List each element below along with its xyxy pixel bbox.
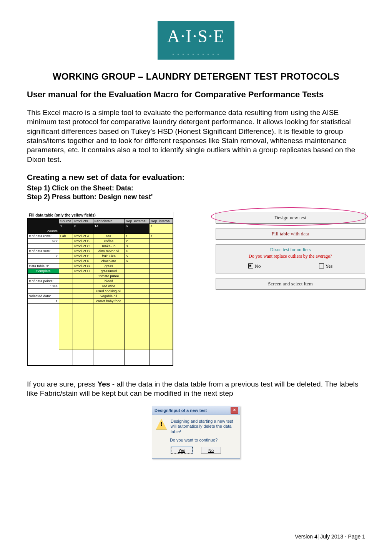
confirm-dialog: Design/Input of a new test × Designing a… bbox=[152, 406, 240, 459]
rep-ext-3[interactable]: 4 bbox=[125, 248, 149, 253]
dialog-line1: Designing and starting a new test bbox=[171, 419, 233, 423]
dialog-title: Design/Input of a new test bbox=[154, 408, 207, 413]
selected-value: 1 bbox=[28, 298, 59, 303]
fabric-1[interactable]: coffee bbox=[93, 238, 125, 243]
dialog-no-label: No bbox=[208, 448, 214, 453]
fabric-4[interactable]: fruit juice bbox=[93, 253, 125, 258]
fabric-2[interactable]: make-up bbox=[93, 243, 125, 248]
product-7[interactable]: Product H bbox=[73, 268, 93, 273]
table-status: Complete bbox=[28, 268, 59, 273]
hdr-rep-ext: Rep. external bbox=[125, 218, 149, 223]
dixon-subtitle: Do you want replace outliers by the aver… bbox=[219, 253, 362, 259]
logo-block: A·I·S·E · · · · · · · · · · bbox=[27, 21, 365, 60]
rows-label: # of data rows: bbox=[28, 233, 59, 238]
rep-ext-5[interactable]: 6 bbox=[125, 258, 149, 263]
fabric-13[interactable]: carrot baby food bbox=[93, 298, 125, 303]
after-text: If you are sure, press Yes - all the dat… bbox=[27, 380, 365, 398]
page-subtitle: User manual for the Evaluation Macro for… bbox=[27, 90, 365, 100]
fabric-5[interactable]: chocolate bbox=[93, 258, 125, 263]
table-label: Data table is: bbox=[28, 263, 59, 268]
dixon-group: Dixon test for outliers Do you want repl… bbox=[216, 244, 365, 273]
aise-logo: A·I·S·E · · · · · · · · · · bbox=[158, 21, 234, 60]
fabric-8[interactable]: tomato puree bbox=[93, 273, 125, 278]
section-heading: Creating a new set of data for evaluatio… bbox=[27, 173, 365, 182]
close-icon[interactable]: × bbox=[231, 407, 238, 414]
design-new-test-button[interactable]: Design new test bbox=[216, 212, 365, 223]
radio-icon bbox=[319, 263, 324, 268]
product-3[interactable]: Product D bbox=[73, 248, 93, 253]
hdr-fabric: Fabric/stain bbox=[93, 218, 125, 223]
product-2[interactable]: Product C bbox=[73, 243, 93, 248]
product-4[interactable]: Product E bbox=[73, 253, 93, 258]
intro-paragraph: This Excel macro is a simple tool to eva… bbox=[27, 108, 365, 164]
product-0[interactable]: Product A bbox=[73, 233, 93, 238]
warning-icon bbox=[156, 419, 167, 430]
product-1[interactable]: Product B bbox=[73, 238, 93, 243]
logo-dots: · · · · · · · · · · bbox=[158, 53, 234, 56]
dixon-radio-row: No Yes bbox=[219, 263, 362, 269]
step-1: Step 1) Click on the Sheet: Data: bbox=[27, 184, 365, 192]
cnt-prod: 8 bbox=[73, 223, 93, 233]
counts-label: counts bbox=[28, 218, 59, 233]
dixon-yes-radio[interactable]: Yes bbox=[319, 263, 333, 269]
product-5[interactable]: Product F bbox=[73, 258, 93, 263]
dialog-titlebar[interactable]: Design/Input of a new test × bbox=[152, 406, 240, 415]
dialog-question: Do you want to continue? bbox=[152, 438, 240, 445]
sheet-caption: Fill data table (only the yellow fields) bbox=[27, 212, 173, 218]
dixon-yes-label: Yes bbox=[326, 263, 333, 269]
rep-ext-2[interactable]: 3 bbox=[125, 243, 149, 248]
page-footer: Version 4| July 2013 - Page 1 bbox=[295, 533, 365, 540]
rep-ext-1[interactable]: 2 bbox=[125, 238, 149, 243]
excel-sheet: Fill data table (only the yellow fields)… bbox=[27, 212, 173, 366]
points-label: # of data points: bbox=[28, 278, 59, 283]
hdr-rep-int: Rep. internal bbox=[149, 218, 173, 223]
cnt-ext: 6 bbox=[125, 223, 149, 233]
screenshots-row: Fill data table (only the yellow fields)… bbox=[27, 212, 365, 366]
points-value: 1344 bbox=[28, 283, 59, 288]
dixon-title: Dixon test for outliers bbox=[219, 247, 362, 253]
fabric-3[interactable]: dirty motor oil bbox=[93, 248, 125, 253]
dialog-yes-label: Yes bbox=[178, 448, 185, 453]
radio-icon bbox=[248, 263, 253, 268]
fabric-0[interactable]: tea bbox=[93, 233, 125, 238]
cnt-fabric: 14 bbox=[93, 223, 125, 233]
screen-select-button[interactable]: Screen and select item bbox=[216, 278, 365, 290]
rep-ext-4[interactable]: 5 bbox=[125, 253, 149, 258]
hdr-source: Source bbox=[59, 218, 73, 223]
selected-label: Selected data: bbox=[28, 293, 59, 298]
dialog-line2: will automatically delete the data table… bbox=[171, 424, 231, 434]
page-title: WORKING GROUP – LAUNDRY DETERGENT TEST P… bbox=[27, 71, 365, 82]
sets-label: # of data sets: bbox=[28, 248, 59, 253]
fabric-6[interactable]: grass bbox=[93, 263, 125, 268]
dixon-no-radio[interactable]: No bbox=[248, 263, 261, 269]
sets-value: 2 bbox=[28, 253, 59, 258]
source-0[interactable]: Lab bbox=[59, 233, 73, 238]
button-panel: Design new test Fill table with data Dix… bbox=[216, 212, 365, 294]
after-pre: If you are sure, press bbox=[27, 380, 98, 388]
fabric-9[interactable]: blood bbox=[93, 278, 125, 283]
dialog-yes-button[interactable]: Yes bbox=[171, 447, 193, 454]
dialog-no-button[interactable]: No bbox=[201, 447, 221, 454]
rep-ext-0[interactable]: 1 bbox=[125, 233, 149, 238]
after-bold: Yes bbox=[98, 380, 110, 388]
dixon-no-label: No bbox=[255, 263, 261, 269]
step-2: Step 2) Press button: Design new test' bbox=[27, 193, 365, 201]
rep-int-0[interactable]: 1 bbox=[149, 233, 173, 238]
dialog-message: Designing and starting a new test will a… bbox=[171, 419, 236, 435]
cnt-src: 1 bbox=[59, 223, 73, 233]
fill-table-button[interactable]: Fill table with data bbox=[216, 228, 365, 240]
logo-text: A·I·S·E bbox=[167, 27, 225, 46]
hdr-products: Products bbox=[73, 218, 93, 223]
fabric-10[interactable]: red wine bbox=[93, 283, 125, 288]
rows-value: 672 bbox=[28, 238, 59, 243]
fabric-11[interactable]: used cooking oil bbox=[93, 288, 125, 293]
product-6[interactable]: Product G bbox=[73, 263, 93, 268]
fabric-7[interactable]: grass/mud bbox=[93, 268, 125, 273]
fabric-12[interactable]: vegable oil bbox=[93, 293, 125, 298]
cnt-int: 1 bbox=[149, 223, 173, 233]
